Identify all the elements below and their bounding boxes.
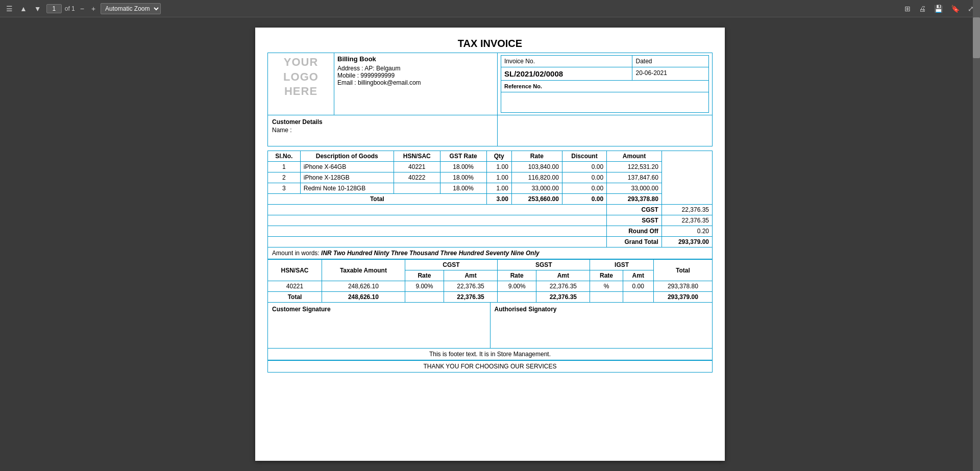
gst-col-cgst: CGST xyxy=(405,260,497,270)
gst-col-total: Total xyxy=(653,260,712,281)
scrollbar[interactable] xyxy=(973,0,980,471)
invoice-page: TAX INVOICE YOURLOGOHERE Billing Book Ad… xyxy=(255,28,725,461)
fit-page-button[interactable]: ⊞ xyxy=(902,4,913,14)
customer-sig-section: Customer Signature xyxy=(268,303,491,348)
gst-total-label: Total xyxy=(268,292,322,303)
pdf-viewer: TAX INVOICE YOURLOGOHERE Billing Book Ad… xyxy=(0,17,980,471)
zoom-select[interactable]: Automatic Zoom xyxy=(101,3,161,14)
company-mobile: Mobile : 9999999999 xyxy=(337,72,494,79)
gst-total-value: 293,379.00 xyxy=(653,292,712,303)
invoice-meta-cell: Invoice No. Dated SL/2021/02/0008 20 xyxy=(498,53,713,115)
total-qty: 3.00 xyxy=(486,194,511,205)
item3-qty: 1.00 xyxy=(486,183,511,194)
customer-section: Customer Details Name : xyxy=(267,115,713,146)
table-row: 3 Redmi Note 10-128GB 18.00% 1.00 33,000… xyxy=(268,183,713,194)
gst-total-cgst-rate xyxy=(405,292,444,303)
company-name: Billing Book xyxy=(337,55,494,63)
dated-value: 20-06-2021 xyxy=(635,69,667,77)
logo-placeholder: YOURLOGOHERE xyxy=(271,55,331,99)
gst-row1-cgst-amt: 22,376.35 xyxy=(444,281,498,292)
item3-sl: 3 xyxy=(268,183,301,194)
scrollbar-thumb[interactable] xyxy=(973,17,980,58)
gst-row1-cgst-rate: 9.00% xyxy=(405,281,444,292)
item1-rate: 103,840.00 xyxy=(511,162,562,172)
dated-label-cell: Dated xyxy=(632,56,709,67)
col-desc: Description of Goods xyxy=(300,151,394,162)
gst-igst-rate-header: Rate xyxy=(590,270,623,281)
grand-total-label: Grand Total xyxy=(607,237,662,247)
table-row: 1 iPhone X-64GB 40221 18.00% 1.00 103,84… xyxy=(268,162,713,172)
gst-igst-amt-header: Amt xyxy=(623,270,653,281)
total-discount: 0.00 xyxy=(562,194,606,205)
toolbar: ☰ ▲ ▼ of 1 − + Automatic Zoom ⊞ 🖨 💾 🔖 ⤢ xyxy=(0,0,980,17)
item2-sl: 2 xyxy=(268,172,301,183)
sgst-label: SGST xyxy=(607,215,662,226)
company-info-cell: Billing Book Address : AP: Belgaum Mobil… xyxy=(334,53,498,115)
col-rate: Rate xyxy=(511,151,562,162)
dated-value-cell: 20-06-2021 xyxy=(632,67,709,81)
download-button[interactable]: 💾 xyxy=(932,4,945,14)
page-total-label: of 1 xyxy=(65,5,75,12)
item2-discount: 0.00 xyxy=(562,172,606,183)
customer-left: Customer Details Name : xyxy=(268,115,498,146)
auth-sig-section: Authorised Signatory xyxy=(491,303,713,348)
item1-sl: 1 xyxy=(268,162,301,172)
company-email: Email : billingbook@email.com xyxy=(337,79,494,86)
nav-down-button[interactable]: ▼ xyxy=(32,4,43,14)
item2-rate: 116,820.00 xyxy=(511,172,562,183)
invoice-no-value-cell: SL/2021/02/0008 xyxy=(501,67,632,81)
cgst-row: CGST 22,376.35 xyxy=(268,205,713,215)
reference-no-value-cell xyxy=(501,92,709,113)
gst-total-sgst-rate xyxy=(498,292,536,303)
gst-total-cgst-amt: 22,376.35 xyxy=(444,292,498,303)
customer-name-label: Name : xyxy=(272,127,493,134)
gst-row1-sgst-rate: 9.00% xyxy=(498,281,536,292)
bookmark-button[interactable]: 🔖 xyxy=(949,4,962,14)
gst-col-taxable: Taxable Amount xyxy=(322,260,405,281)
gst-total-igst-rate xyxy=(590,292,623,303)
item3-amount: 33,000.00 xyxy=(607,183,662,194)
gst-col-sgst: SGST xyxy=(498,260,590,270)
table-row: 2 iPhone X-128GB 40222 18.00% 1.00 116,8… xyxy=(268,172,713,183)
customer-sig-label: Customer Signature xyxy=(272,306,486,313)
sidebar-toggle-button[interactable]: ☰ xyxy=(4,4,15,14)
grand-total-value: 293,379.00 xyxy=(662,237,712,247)
gst-data-row: 40221 248,626.10 9.00% 22,376.35 9.00% 2… xyxy=(268,281,713,292)
customer-right xyxy=(498,115,712,146)
auth-sig-label: Authorised Signatory xyxy=(495,306,708,313)
item1-amount: 122,531.20 xyxy=(607,162,662,172)
item1-desc: iPhone X-64GB xyxy=(300,162,394,172)
gst-cgst-amt-header: Amt xyxy=(444,270,498,281)
reference-no-label: Reference No. xyxy=(504,83,542,89)
col-gst-rate: GST Rate xyxy=(440,151,486,162)
sgst-row: SGST 22,376.35 xyxy=(268,215,713,226)
gst-row1-taxable: 248,626.10 xyxy=(322,281,405,292)
items-table: Sl.No. Description of Goods HSN/SAC GST … xyxy=(267,151,713,247)
print-button[interactable]: 🖨 xyxy=(917,4,928,14)
item2-amount: 137,847.60 xyxy=(607,172,662,183)
dated-label: Dated xyxy=(635,58,652,65)
total-label: Total xyxy=(268,194,487,205)
nav-up-button[interactable]: ▲ xyxy=(18,4,29,14)
footer-thank-you: THANK YOU FOR CHOOSING OUR SERVICES xyxy=(267,360,713,373)
round-off-label: Round Off xyxy=(607,226,662,237)
amount-words: Amount in words: INR Two Hundred Ninty T… xyxy=(267,247,713,259)
item1-discount: 0.00 xyxy=(562,162,606,172)
company-address: Address : AP: Belgaum xyxy=(337,65,494,72)
item2-hsn: 40222 xyxy=(394,172,440,183)
zoom-out-button[interactable]: − xyxy=(78,4,86,14)
customer-details-label: Customer Details xyxy=(272,118,493,126)
gst-total-taxable: 248,626.10 xyxy=(322,292,405,303)
invoice-title: TAX INVOICE xyxy=(267,38,713,49)
col-amount: Amount xyxy=(607,151,662,162)
total-rate: 253,660.00 xyxy=(511,194,562,205)
col-discount: Discount xyxy=(562,151,606,162)
zoom-in-button[interactable]: + xyxy=(89,4,97,14)
grand-total-row: Grand Total 293,379.00 xyxy=(268,237,713,247)
item3-hsn xyxy=(394,183,440,194)
gst-summary-table: HSN/SAC Taxable Amount CGST SGST IGST To… xyxy=(267,259,713,303)
invoice-no-value: SL/2021/02/0008 xyxy=(504,69,563,78)
header-table: YOURLOGOHERE Billing Book Address : AP: … xyxy=(267,53,713,115)
gst-sgst-amt-header: Amt xyxy=(536,270,590,281)
page-number-input[interactable] xyxy=(46,4,62,13)
